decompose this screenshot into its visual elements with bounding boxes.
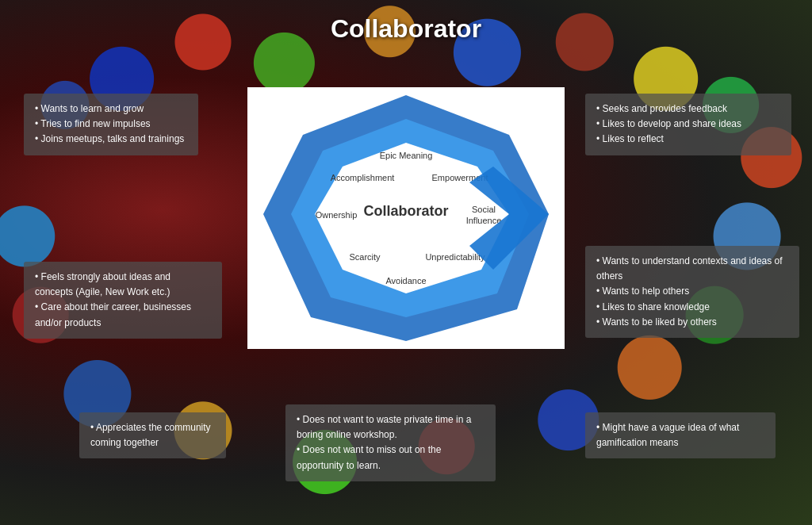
svg-text:Influence: Influence: [466, 216, 502, 225]
bot-left-box: Appreciates the community coming togethe…: [79, 412, 226, 458]
top-right-list: Seeks and provides feedback Likes to dev…: [596, 102, 780, 148]
top-left-list: Wants to learn and grow Tries to find ne…: [35, 102, 187, 148]
svg-text:Social: Social: [472, 205, 496, 214]
list-item: Likes to share knowledge: [596, 300, 788, 315]
list-item: Does not want to miss out on the opportu…: [297, 443, 485, 473]
top-left-box: Wants to learn and grow Tries to find ne…: [24, 94, 198, 155]
mid-right-list: Wants to understand contexts and ideas o…: [596, 254, 788, 330]
svg-text:Unpredictability: Unpredictability: [425, 252, 485, 262]
mid-left-list: Feels strongly about ideas and concepts …: [35, 270, 211, 331]
list-item: Likes to develop and share ideas: [596, 117, 780, 132]
svg-text:Ownership: Ownership: [316, 210, 358, 220]
page-title: Collaborator: [0, 0, 812, 52]
top-right-box: Seeks and provides feedback Likes to dev…: [585, 94, 791, 155]
bot-center-list: Does not want to waste private time in a…: [297, 412, 485, 473]
list-item: Feels strongly about ideas and concepts …: [35, 270, 211, 300]
list-item: Seeks and provides feedback: [596, 102, 780, 117]
list-item: Wants to be liked by others: [596, 315, 788, 330]
svg-text:Epic Meaning: Epic Meaning: [380, 151, 433, 160]
list-item: Appreciates the community coming togethe…: [90, 420, 215, 450]
svg-text:Avoidance: Avoidance: [385, 276, 426, 285]
svg-text:Accomplishment: Accomplishment: [331, 173, 395, 182]
mid-left-box: Feels strongly about ideas and concepts …: [24, 262, 222, 339]
bot-left-list: Appreciates the community coming togethe…: [90, 420, 215, 450]
list-item: Wants to learn and grow: [35, 102, 187, 117]
bot-right-box: Might have a vague idea of what gamifica…: [585, 412, 776, 458]
svg-text:Scarcity: Scarcity: [349, 252, 381, 262]
collaborator-diagram: Epic Meaning Accomplishment Empowerment …: [247, 87, 565, 349]
list-item: Wants to understand contexts and ideas o…: [596, 254, 788, 284]
list-item: Likes to reflect: [596, 132, 780, 147]
list-item: Wants to help others: [596, 284, 788, 299]
mid-right-box: Wants to understand contexts and ideas o…: [585, 246, 799, 338]
list-item: Might have a vague idea of what gamifica…: [596, 420, 764, 450]
list-item: Tries to find new impulses: [35, 117, 187, 132]
list-item: Does not want to waste private time in a…: [297, 412, 485, 443]
list-item: Care about their career, businesses and/…: [35, 300, 211, 330]
svg-text:Collaborator: Collaborator: [363, 203, 448, 219]
bot-center-box: Does not want to waste private time in a…: [285, 404, 496, 481]
bot-right-list: Might have a vague idea of what gamifica…: [596, 420, 764, 450]
list-item: Joins meetups, talks and trainings: [35, 132, 187, 147]
